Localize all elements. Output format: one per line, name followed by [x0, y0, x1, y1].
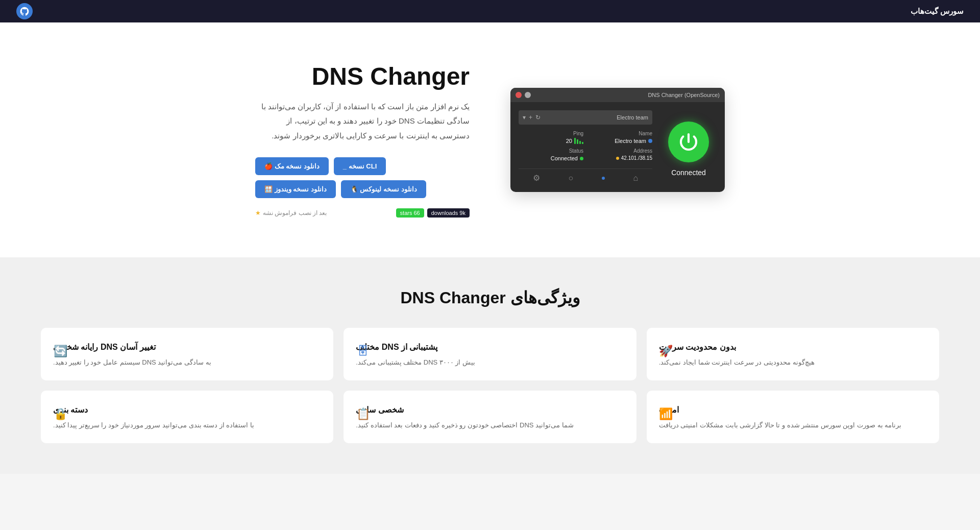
navbar: سورس گیت‌هاب [0, 0, 980, 22]
feature-icon-2: 🔄 [51, 342, 69, 360]
info-grid: Name Electro team Ping [519, 131, 652, 161]
status-value: Connected [519, 155, 583, 161]
app-footer: ⌂ ○ ⚙ [519, 168, 652, 188]
dropdown-text: Electro team [617, 114, 648, 121]
features-section: ویژگی‌های DNS Changer 🚀 بدون محدودیت سرع… [0, 257, 980, 474]
star-icon: ★ [255, 209, 261, 216]
ping-bar-1 [582, 142, 583, 144]
connected-label: Connected [671, 168, 706, 177]
feature-desc-4: شما می‌توانید DNS اختصاصی خودتون رو ذخیر… [356, 420, 573, 431]
app-titlebar: DNS Changer (OpenSource) [510, 88, 725, 102]
address-label: Address [587, 148, 652, 154]
feature-desc-3: برنامه به صورت اوپن سورس منتشر شده و تا … [659, 420, 902, 431]
feature-card-3: 📶 امنیت برنامه به صورت اوپن سورس منتشر ش… [647, 391, 939, 443]
app-screenshot: DNS Changer (OpenSource) Connected Elect… [510, 88, 725, 192]
feature-desc-2: به سادگی می‌توانید DNS سیستم عامل خود را… [53, 357, 211, 368]
ping-bar-2 [579, 141, 581, 144]
feature-icon-4: 📋 [354, 405, 372, 423]
hero-buttons: CLI نسخه _ دانلود نسخه مک 🍎 دانلود نسخه … [255, 157, 470, 198]
status-section: Status Connected [519, 148, 583, 161]
add-icon: + [529, 114, 532, 121]
app-right-panel: Electro team ↻ + ▾ Name Electro team [519, 110, 652, 188]
ping-bar-4 [574, 138, 576, 144]
app-title-text: DNS Changer (OpenSource) [648, 92, 720, 98]
app-left-panel: Connected [660, 110, 717, 188]
name-value: Electro team [587, 138, 652, 144]
server-dropdown[interactable]: Electro team ↻ + ▾ [519, 110, 652, 125]
titlebar-controls [516, 92, 531, 98]
cli-download-button[interactable]: CLI نسخه _ [334, 157, 386, 175]
ping-bars [574, 138, 583, 144]
minimize-btn[interactable] [525, 92, 531, 98]
hero-meta: downloads 9k stars 66 بعد از نصب فراموش … [255, 208, 470, 218]
address-value: 38.15/.42.101 [587, 155, 652, 161]
dropdown-icons: ↻ + ▾ [523, 114, 541, 121]
hero-reminder: بعد از نصب فراموش نشه ★ [255, 209, 327, 216]
feature-icon-1: 🗄 [354, 342, 372, 360]
address-dot [616, 157, 619, 160]
feature-card-1: 🗄 پشتیبانی از DNS مختلف بیش از ۳۰۰۰ DNS … [344, 328, 636, 380]
feature-card-2: 🔄 تغییر آسان DNS رایانه شخصی به سادگی می… [41, 328, 333, 380]
feature-card-0: 🚀 بدون محدودیت سرعت هیچ‌گونه محدودیتی در… [647, 328, 939, 380]
ping-section: Ping 20 [519, 131, 583, 144]
windows-download-button[interactable]: دانلود نسخه ویندوز 🪟 [255, 180, 336, 198]
status-label: Status [519, 148, 583, 154]
feature-icon-3: 📶 [657, 405, 675, 423]
close-btn[interactable] [516, 92, 522, 98]
refresh-icon: ↻ [535, 114, 541, 121]
feature-icon-0: 🚀 [657, 342, 675, 360]
stars-badge: stars 66 [396, 208, 424, 218]
linux-download-button[interactable]: دانلود نسخه لینوکس 🐧 [341, 180, 426, 198]
badges: downloads 9k stars 66 [396, 208, 470, 218]
ping-label: Ping [519, 131, 583, 136]
server-dot [648, 139, 652, 143]
chevron-down-icon: ▾ [523, 114, 526, 121]
github-logo-icon[interactable] [16, 3, 33, 19]
address-section: Address 38.15/.42.101 [587, 148, 652, 161]
hero-section: DNS Changer (OpenSource) Connected Elect… [0, 22, 980, 257]
ping-value: 20 [519, 138, 583, 144]
status-dot [580, 157, 583, 160]
mac-download-button[interactable]: دانلود نسخه مک 🍎 [255, 157, 329, 175]
feature-desc-5: با استفاده از دسته بندی می‌توانید سرور م… [53, 420, 254, 431]
home-icon[interactable]: ⌂ [633, 174, 639, 183]
feature-icon-5: 🔒 [51, 405, 69, 423]
feature-desc-0: هیچ‌گونه محدودیتی در سرعت اینترنت شما ای… [659, 357, 815, 368]
navbar-brand[interactable]: سورس گیت‌هاب [911, 7, 964, 16]
app-body: Connected Electro team ↻ + ▾ Name [510, 102, 725, 192]
power-button[interactable] [668, 122, 709, 162]
feature-desc-1: بیش از ۳۰۰۰ DNS مختلف پشتیبانی می‌کند. [356, 357, 475, 368]
hero-description: یک نرم افزار متن باز است که با استفاده ا… [255, 100, 470, 143]
feature-card-5: 🔒 دسته بندی با استفاده از دسته بندی می‌ت… [41, 391, 333, 443]
hero-text-area: DNS Changer یک نرم افزار متن باز است که … [255, 62, 470, 218]
footer-indicator-dot [602, 177, 605, 180]
features-grid: 🚀 بدون محدودیت سرعت هیچ‌گونه محدودیتی در… [41, 328, 939, 443]
name-label: Name [587, 131, 652, 136]
name-section: Name Electro team [587, 131, 652, 144]
hero-title: DNS Changer [255, 62, 470, 90]
ping-bar-3 [577, 139, 578, 144]
feature-card-4: 📋 شخصی سازی شما می‌توانید DNS اختصاصی خو… [344, 391, 636, 443]
clock-icon[interactable]: ○ [569, 174, 574, 183]
features-title: ویژگی‌های DNS Changer [41, 288, 939, 307]
downloads-badge: downloads 9k [427, 208, 470, 218]
settings-icon[interactable]: ⚙ [533, 173, 540, 183]
